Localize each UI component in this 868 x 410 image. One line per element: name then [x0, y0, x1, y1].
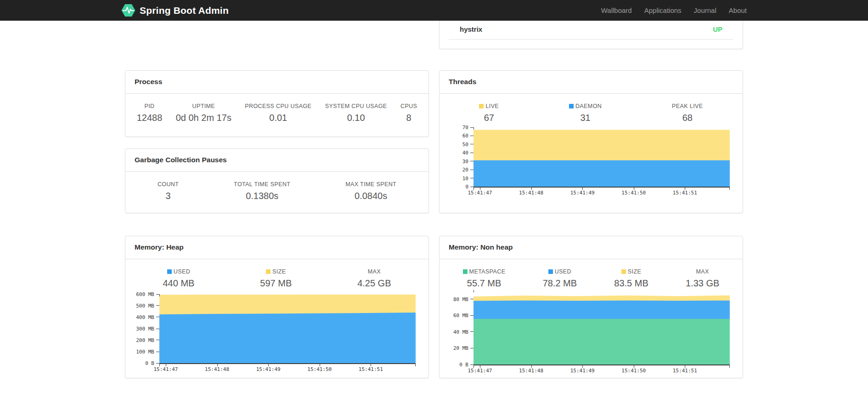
area-series-canvas	[473, 127, 730, 187]
col-process-gc: Process PID12488UPTIME0d 0h 2m 17sPROCES…	[125, 70, 429, 213]
nonheap-chart: 0 B20 MB40 MB60 MB80 MB15:41:4715:41:481…	[473, 290, 730, 365]
stat-value: 55.7 MB	[463, 278, 506, 289]
y-tick-label: 20	[443, 167, 468, 172]
nav-item-wallboard[interactable]: Wallboard	[601, 6, 632, 14]
status-badge: UP	[713, 25, 722, 33]
x-tick-label: 15:41:49	[256, 366, 281, 372]
stat-value: 68	[672, 113, 703, 123]
stat-value: 0.01	[245, 113, 311, 123]
area-layer-metaspace	[473, 319, 730, 364]
x-tick-label: 15:41:50	[621, 368, 646, 374]
stat-label: MAX	[686, 268, 719, 275]
stat-value: 0d 0h 2m 17s	[176, 113, 231, 123]
x-tick-label: 15:41:49	[570, 190, 595, 196]
process-stats: PID12488UPTIME0d 0h 2m 17sPROCESS CPU US…	[125, 103, 428, 123]
nonheap-stats: METASPACE55.7 MBUSED78.2 MBSIZE83.5 MBMA…	[440, 268, 743, 289]
gc-stats: COUNT3TOTAL TIME SPENT0.1380sMAX TIME SP…	[125, 181, 428, 201]
stat-value: 83.5 MB	[614, 278, 648, 289]
heap-panel-title: Memory: Heap	[125, 236, 428, 259]
x-tick-label: 15:41:48	[519, 190, 543, 196]
row-process-threads: Process PID12488UPTIME0d 0h 2m 17sPROCES…	[125, 70, 743, 213]
y-tick-mark	[156, 317, 159, 317]
x-tick-label: 15:41:50	[621, 190, 646, 196]
x-axis-end-tick	[415, 364, 416, 366]
stat-label: MAX TIME SPENT	[345, 181, 396, 188]
x-tick-label: 15:41:51	[673, 190, 697, 196]
y-tick-label: 600 MB	[129, 292, 154, 297]
y-axis-cap	[159, 294, 160, 296]
nav-item-about[interactable]: About	[729, 6, 747, 14]
threads-panel: Threads LIVE67DAEMON31PEAK LIVE68 010203…	[439, 70, 743, 213]
y-tick-mark	[470, 161, 473, 161]
process-panel-title: Process	[125, 71, 428, 94]
process-panel: Process PID12488UPTIME0d 0h 2m 17sPROCES…	[125, 70, 429, 137]
y-tick-label: 500 MB	[129, 303, 154, 308]
y-tick-mark	[470, 331, 473, 332]
y-axis-cap	[473, 127, 474, 130]
nav-item-applications[interactable]: Applications	[644, 6, 682, 14]
threads-plot-area: 01020304050607015:41:4715:41:4815:41:491…	[473, 127, 730, 188]
x-tick-label: 15:41:48	[205, 366, 229, 372]
y-tick-label: 100 MB	[129, 349, 154, 354]
stat-max-time-spent: MAX TIME SPENT0.0840s	[345, 181, 396, 201]
legend-swatch-icon	[569, 104, 574, 108]
x-tick-label: 15:41:51	[359, 366, 383, 372]
y-tick-label: 10	[443, 176, 468, 181]
stat-label: SIZE	[260, 268, 292, 275]
y-tick-mark	[470, 153, 473, 153]
y-tick-mark	[470, 144, 473, 144]
y-tick-label: 200 MB	[129, 338, 154, 343]
nav-links: Wallboard Applications Journal About	[601, 6, 747, 14]
stat-count: COUNT3	[158, 181, 179, 201]
stat-label: PID	[137, 103, 163, 109]
stat-metaspace: METASPACE55.7 MB	[463, 268, 506, 289]
row-memory: Memory: Heap USED440 MBSIZE597 MBMAX4.25…	[125, 236, 743, 378]
stat-value: 78.2 MB	[543, 278, 577, 289]
health-panel-body: hystrix UP	[440, 21, 743, 49]
gc-panel-title: Garbage Collection Pauses	[125, 149, 428, 172]
stat-value: 4.25 GB	[357, 278, 391, 289]
x-tick-label: 15:41:47	[468, 368, 492, 374]
stat-label: LIVE	[479, 103, 499, 109]
stat-system-cpu-usage: SYSTEM CPU USAGE0.10	[325, 103, 387, 123]
y-tick-label: 40	[443, 150, 468, 155]
nav-item-journal[interactable]: Journal	[694, 6, 716, 14]
stat-label: PROCESS CPU USAGE	[245, 103, 311, 109]
col-health: hystrix UP	[439, 21, 743, 49]
area-series-canvas	[473, 290, 730, 364]
heap-panel: Memory: Heap USED440 MBSIZE597 MBMAX4.25…	[125, 236, 429, 378]
y-tick-label: 50	[443, 142, 468, 147]
y-tick-mark	[470, 315, 473, 316]
stat-value: 597 MB	[260, 278, 292, 289]
y-axis-cap	[473, 290, 474, 292]
y-tick-mark	[470, 348, 473, 348]
y-tick-label: 0	[443, 184, 468, 189]
legend-swatch-icon	[548, 269, 553, 274]
stat-label: CPUS	[400, 103, 417, 109]
stat-label: MAX	[357, 268, 391, 275]
stat-value: 0.10	[325, 113, 387, 123]
stat-value: 67	[479, 113, 499, 123]
stat-label: SIZE	[614, 268, 648, 275]
stat-daemon: DAEMON31	[569, 103, 602, 123]
heap-chart: 0 B100 MB200 MB300 MB400 MB500 MB600 MB1…	[159, 294, 416, 364]
heap-plot-area: 0 B100 MB200 MB300 MB400 MB500 MB600 MB1…	[159, 294, 416, 364]
stat-value: 31	[569, 113, 602, 123]
y-tick-mark	[470, 127, 473, 128]
stat-total-time-spent: TOTAL TIME SPENT0.1380s	[234, 181, 290, 201]
legend-swatch-icon	[479, 104, 484, 108]
y-tick-mark	[156, 340, 159, 340]
brand[interactable]: Spring Boot Admin	[121, 4, 229, 17]
col-heap: Memory: Heap USED440 MBSIZE597 MBMAX4.25…	[125, 236, 429, 378]
stat-value: 8	[400, 113, 417, 123]
brand-title: Spring Boot Admin	[140, 5, 229, 16]
area-series-canvas	[159, 294, 416, 363]
y-tick-label: 70	[443, 125, 468, 130]
y-tick-mark	[470, 178, 473, 178]
health-indicator-name: hystrix	[460, 25, 482, 33]
y-tick-mark	[470, 364, 473, 365]
stat-label: DAEMON	[569, 103, 602, 109]
x-axis-end-tick	[729, 188, 730, 190]
x-axis-start-tick	[159, 364, 160, 366]
stat-label: TOTAL TIME SPENT	[234, 181, 290, 188]
